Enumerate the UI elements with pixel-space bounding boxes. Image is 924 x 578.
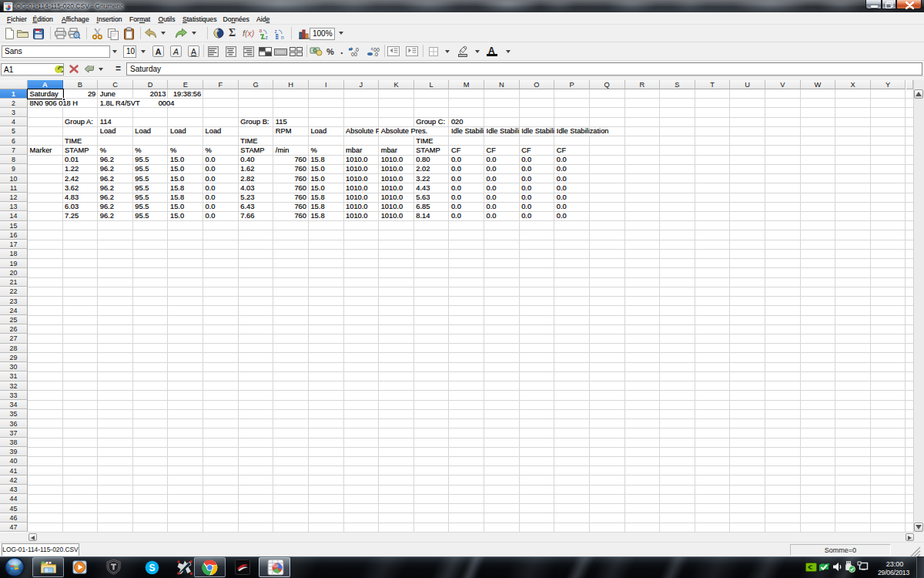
svg-text:z: z [275, 28, 277, 33]
svg-text:00: 00 [351, 52, 357, 56]
svg-text:n: n [281, 35, 284, 40]
svg-text:,0: ,0 [373, 52, 378, 56]
svg-text:S: S [149, 563, 155, 573]
svg-text:z: z [266, 35, 268, 40]
svg-text:a: a [259, 28, 263, 33]
